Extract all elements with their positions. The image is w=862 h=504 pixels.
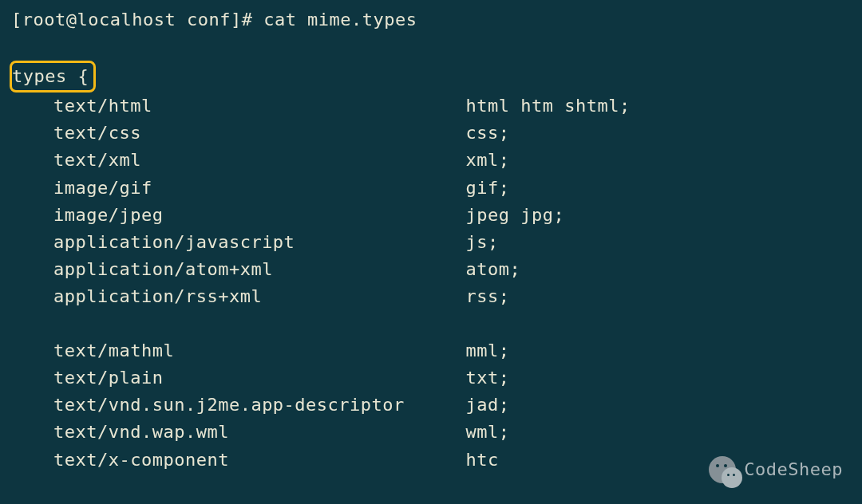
mime-entry: text/csscss; <box>11 120 851 147</box>
mime-type: text/css <box>53 120 466 147</box>
mime-type: text/plain <box>53 364 466 392</box>
mime-entry: application/atom+xmlatom; <box>11 256 851 283</box>
mime-entries-group-1: text/htmlhtml htm shtml;text/csscss;text… <box>11 93 851 310</box>
mime-entry: image/gifgif; <box>11 175 851 202</box>
extensions: mml; <box>466 337 851 364</box>
mime-entries-group-2: text/mathmlmml;text/plaintxt;text/vnd.su… <box>11 337 851 473</box>
blank-line <box>11 310 851 337</box>
extensions: atom; <box>466 256 851 283</box>
mime-entry: text/vnd.sun.j2me.app-descriptorjad; <box>11 392 851 419</box>
mime-entry: text/vnd.wap.wmlwml; <box>11 419 851 446</box>
mime-type: image/jpeg <box>53 202 466 229</box>
mime-type: text/vnd.sun.j2me.app-descriptor <box>53 392 466 419</box>
blank-line <box>11 33 851 61</box>
extensions: css; <box>466 120 851 147</box>
extensions: jpeg jpg; <box>466 202 851 229</box>
mime-type: text/mathml <box>53 337 466 364</box>
mime-entry: image/jpegjpeg jpg; <box>11 202 851 229</box>
mime-type: application/atom+xml <box>53 256 466 283</box>
mime-entry: text/htmlhtml htm shtml; <box>11 93 851 120</box>
watermark: CodeSheep <box>709 456 843 483</box>
extensions: gif; <box>466 175 851 202</box>
highlighted-token: types { <box>10 61 96 93</box>
mime-entry: text/xmlxml; <box>11 147 851 174</box>
mime-entry: application/javascriptjs; <box>11 229 851 256</box>
extensions: txt; <box>466 364 851 392</box>
wechat-icon <box>709 456 736 483</box>
terminal-output: [root@localhost conf]# cat mime.types ty… <box>11 6 851 474</box>
mime-entry: application/rss+xmlrss; <box>11 283 851 310</box>
mime-type: text/vnd.wap.wml <box>53 419 466 446</box>
extensions: xml; <box>466 147 851 174</box>
extensions: html htm shtml; <box>466 93 851 120</box>
extensions: js; <box>466 229 851 256</box>
mime-type: text/xml <box>53 147 466 174</box>
mime-entry: text/plaintxt; <box>11 364 851 392</box>
shell-prompt: [root@localhost conf]# cat mime.types <box>11 6 851 33</box>
extensions: wml; <box>466 419 851 446</box>
mime-type: application/rss+xml <box>53 283 466 310</box>
extensions: jad; <box>466 392 851 419</box>
mime-type: image/gif <box>53 175 466 202</box>
watermark-text: CodeSheep <box>744 456 843 483</box>
types-open-brace: types { <box>11 61 851 93</box>
mime-type: text/html <box>53 93 466 120</box>
mime-entry: text/mathmlmml; <box>11 337 851 364</box>
extensions: rss; <box>466 283 851 310</box>
mime-type: application/javascript <box>53 229 466 256</box>
mime-type: text/x-component <box>53 447 466 474</box>
